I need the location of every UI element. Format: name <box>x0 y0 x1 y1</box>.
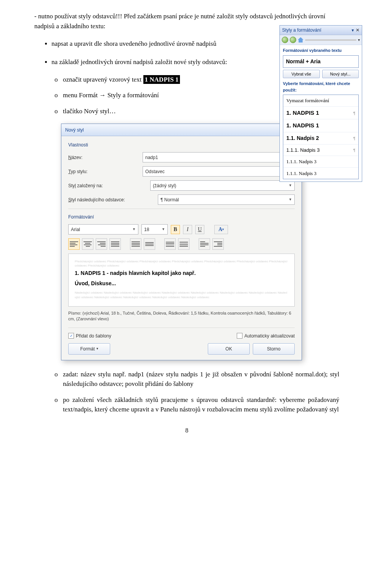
font-color-button[interactable]: A ▾ <box>214 225 228 234</box>
style-list[interactable]: Vymazat formátování 1. NADPIS 1¶ 1. NADP… <box>283 95 359 179</box>
group-formatting: Formátování <box>68 214 295 220</box>
back-icon[interactable] <box>282 37 288 43</box>
pane-section1-label: Formátování vybraného textu <box>283 47 359 54</box>
align-right-button[interactable] <box>96 238 107 250</box>
select-all-button[interactable]: Vybrat vše <box>283 70 320 79</box>
pane-dropdown-icon[interactable]: ▼ ✕ <box>351 27 360 34</box>
page-number: 8 <box>34 426 339 435</box>
chevron-down-icon[interactable]: ▼ <box>289 197 292 202</box>
chevron-down-icon[interactable]: ▼ <box>289 183 292 188</box>
pane-section2-label: Vyberte formátování, které chcete použít… <box>283 80 359 93</box>
cancel-button[interactable]: Storno <box>253 343 295 355</box>
decrease-indent-button[interactable] <box>199 238 210 250</box>
label-next: Styl následujícího odstavce: <box>68 196 135 203</box>
highlighted-heading-sample: 1 NADPIS 1 <box>143 75 180 84</box>
increase-indent-button[interactable] <box>212 238 224 250</box>
style-item-nadpis3[interactable]: 1.1.1. Nadpis 3¶ <box>283 145 358 156</box>
sub-5: po založení všech základních stylů pracu… <box>63 395 339 414</box>
preview-ghost-before: Předcházející odstavec Předcházející ods… <box>75 259 288 268</box>
dialog-title: Nový styl <box>65 127 84 133</box>
new-style-dialog: Nový styl ✕ Vlastnosti Název: nadp1 Typ … <box>61 124 302 360</box>
select-type[interactable]: Odstavec▼ <box>143 166 295 177</box>
align-left-button[interactable] <box>68 238 80 250</box>
checkbox-unchecked-icon <box>237 333 242 339</box>
checkbox-checked-icon: ✓ <box>68 333 74 339</box>
preview-ghost-after: Následující odstavec Následující odstave… <box>75 291 288 299</box>
ok-button[interactable]: OK <box>208 343 250 355</box>
underline-button[interactable]: U <box>195 225 204 234</box>
new-style-button[interactable]: Nový styl... <box>322 70 359 79</box>
style-item-clear[interactable]: Vymazat formátování <box>283 95 358 107</box>
chevron-down-icon[interactable]: ▾ <box>358 37 360 43</box>
close-icon[interactable]: ✕ <box>356 27 360 33</box>
style-item-nadpis1[interactable]: 1. NADPIS 1¶ <box>283 107 358 120</box>
sub-1-text: označit upravený vzorový text <box>63 76 143 83</box>
line-spacing-2-button[interactable] <box>144 238 155 250</box>
add-to-template-checkbox[interactable]: ✓ Přidat do šablony <box>68 333 111 339</box>
line-spacing-1-button[interactable] <box>130 238 141 250</box>
input-name[interactable]: nadp1 <box>143 152 295 162</box>
spacing-before-button[interactable] <box>164 238 176 250</box>
style-item-nadpis2[interactable]: 1.1. Nadpis 2¶ <box>283 132 358 145</box>
label-type: Typ stylu: <box>68 168 135 175</box>
select-next-style[interactable]: ¶ Normál▼ <box>158 194 295 205</box>
align-justify-button[interactable] <box>109 238 121 250</box>
style-item-nadpis3b[interactable]: 1.1.1. Nadpis 3 <box>283 156 358 168</box>
preview-main-1: 1. NADPIS 1 - nadpis hlavních kapitol ja… <box>75 269 288 277</box>
pane-titlebar: Styly a formátování ▼ ✕ <box>280 26 362 35</box>
format-menu-button[interactable]: Formát▾ <box>68 343 110 355</box>
styles-task-pane: Styly a formátování ▼ ✕ ▾ Formátování vy… <box>279 25 362 182</box>
home-icon[interactable] <box>298 37 303 43</box>
align-center-button[interactable] <box>82 238 93 250</box>
font-select[interactable]: Arial▼ <box>68 224 138 235</box>
style-preview: Předcházející odstavec Předcházející ods… <box>68 254 295 307</box>
group-properties: Vlastnosti <box>68 141 295 148</box>
size-select[interactable]: 18▼ <box>141 224 168 235</box>
toolbar-separator <box>305 39 356 41</box>
forward-icon[interactable] <box>290 37 296 43</box>
label-name: Název: <box>68 154 135 161</box>
auto-update-checkbox[interactable]: Automaticky aktualizovat <box>237 333 295 339</box>
current-format-box[interactable]: Normál + Aria <box>283 55 359 68</box>
bold-button[interactable]: B <box>171 225 180 234</box>
sub-4: zadat: název stylu např. nadp1 (název st… <box>63 370 339 389</box>
style-item-nadpis3c[interactable]: 1.1.1. Nadpis 3 <box>283 168 358 179</box>
italic-button[interactable]: I <box>183 225 192 234</box>
style-item-nadpis1b[interactable]: 1. NADPIS 1 <box>283 119 358 132</box>
pane-toolbar: ▾ <box>280 35 362 45</box>
style-description: Písmo: (výchozí) Arial, 18 b., Tučné, Če… <box>68 310 295 322</box>
pane-title: Styly a formátování <box>282 27 321 34</box>
select-based-on[interactable]: (žádný styl)▼ <box>150 180 295 191</box>
label-based: Styl založený na: <box>68 182 135 189</box>
spacing-after-button[interactable] <box>178 238 189 250</box>
preview-main-2: Úvod, Diskuse... <box>75 280 288 288</box>
